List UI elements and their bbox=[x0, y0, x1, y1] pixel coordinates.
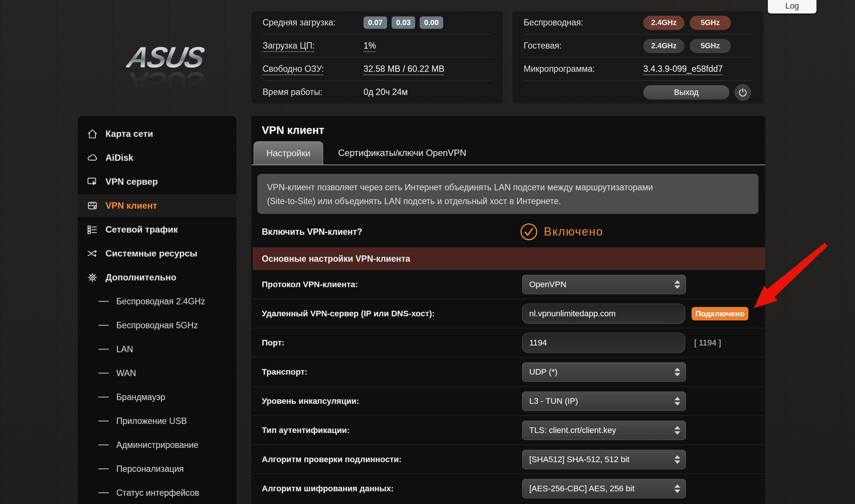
vpn-enabled-toggle[interactable]: Включено bbox=[520, 223, 603, 241]
sidebar-item-label: VPN сервер bbox=[105, 176, 158, 187]
uptime-value: 0д 20ч 24м bbox=[364, 87, 408, 97]
remote-server-input[interactable] bbox=[522, 304, 685, 324]
system-stats-panel: Средняя загрузка: 0.07 0.03 0.00 Загрузк… bbox=[251, 11, 503, 104]
connected-button[interactable]: Подключено bbox=[692, 307, 748, 320]
cloud-icon bbox=[86, 151, 99, 164]
sidebar-subitem-firewall[interactable]: Брандмауэр bbox=[78, 385, 236, 409]
dash-icon bbox=[98, 492, 109, 493]
port-input[interactable] bbox=[522, 333, 685, 353]
stepper-arrows-icon bbox=[674, 280, 680, 289]
dash-icon bbox=[98, 421, 109, 421]
firmware-version-link[interactable]: 3.4.3.9-099_e58fdd7 bbox=[643, 64, 723, 74]
cpu-load-row: Загрузка ЦП: 1% bbox=[263, 34, 491, 57]
sidebar-item-aidisk[interactable]: AiDisk bbox=[78, 146, 236, 170]
wireless-24ghz-badge[interactable]: 2.4GHz bbox=[643, 16, 684, 30]
guest-24ghz-badge[interactable]: 2.4GHz bbox=[643, 39, 684, 53]
cpu-load-label[interactable]: Загрузка ЦП: bbox=[263, 41, 364, 51]
description-box: VPN-клиент позволяет через сеть Интернет… bbox=[257, 174, 759, 214]
port-row: Порт: [ 1194 ] bbox=[253, 328, 765, 357]
protocol-row: Протокол VPN-клиента: OpenVPN bbox=[253, 270, 765, 299]
sidebar-subitem-usb-app[interactable]: Приложение USB bbox=[78, 409, 236, 433]
load-5min-badge: 0.03 bbox=[392, 16, 415, 29]
uptime-row: Время работы: 0д 20ч 24м bbox=[263, 80, 491, 104]
log-button[interactable]: Log bbox=[768, 0, 816, 13]
guest-5ghz-badge[interactable]: 5GHz bbox=[690, 39, 731, 53]
resources-icon bbox=[86, 247, 99, 260]
traffic-icon bbox=[86, 223, 99, 236]
power-icon bbox=[736, 86, 749, 99]
sidebar-item-network-traffic[interactable]: Сетевой трафик bbox=[78, 218, 236, 242]
sidebar-subitem-wireless-5[interactable]: Беспроводная 5GHz bbox=[78, 313, 236, 337]
wireless-5ghz-badge[interactable]: 5GHz bbox=[690, 16, 731, 30]
sidebar-subitem-administration[interactable]: Администрирование bbox=[78, 433, 236, 457]
page-title: VPN клиент bbox=[262, 124, 324, 136]
firmware-label: Микропрограмма: bbox=[524, 64, 643, 74]
sidebar-subitem-wireless-24[interactable]: Беспроводная 2.4GHz bbox=[78, 289, 236, 313]
sidebar-item-network-map[interactable]: Карта сети bbox=[78, 122, 236, 146]
main-content: VPN клиент Настройки Сертификаты/ключи O… bbox=[251, 116, 765, 504]
dash-icon bbox=[98, 373, 109, 374]
firmware-row: Микропрограмма: 3.4.3.9-099_e58fdd7 bbox=[524, 57, 753, 80]
dash-icon bbox=[98, 349, 109, 350]
free-ram-label[interactable]: Свободно ОЗУ: bbox=[263, 64, 364, 74]
stepper-arrows-icon bbox=[674, 397, 680, 406]
dash-icon bbox=[98, 468, 109, 469]
vpn-status-text: Включено bbox=[544, 225, 603, 239]
transport-row: Транспорт: UDP (*) bbox=[253, 357, 765, 387]
wireless-row: Беспроводная: 2.4GHz 5GHz bbox=[524, 11, 753, 34]
cpu-load-value[interactable]: 1% bbox=[364, 41, 376, 51]
encapsulation-row: Уровень инкапсуляции: L3 - TUN (IP) bbox=[253, 387, 765, 416]
uptime-label: Время работы: bbox=[263, 87, 364, 97]
sidebar-item-vpn-client[interactable]: VPN клиент bbox=[78, 194, 236, 218]
sidebar-item-vpn-server[interactable]: VPN сервер bbox=[78, 170, 236, 194]
sidebar-item-system-resources[interactable]: Системные ресурсы bbox=[78, 242, 236, 265]
guest-label: Гостевая: bbox=[524, 41, 643, 51]
reboot-button[interactable] bbox=[735, 84, 751, 101]
auth-type-select[interactable]: TLS: client.crt/client.key bbox=[522, 421, 686, 440]
transport-select[interactable]: UDP (*) bbox=[522, 362, 686, 382]
vpn-client-icon bbox=[86, 199, 99, 212]
sidebar-subitem-wan[interactable]: WAN bbox=[78, 361, 236, 385]
hmac-select[interactable]: [SHA512] SHA-512, 512 bit bbox=[522, 450, 686, 469]
hmac-row: Алгоритм проверки подлинности: [SHA512] … bbox=[253, 445, 765, 474]
guest-row: Гостевая: 2.4GHz 5GHz bbox=[524, 34, 753, 57]
sidebar-item-label: Карта сети bbox=[105, 129, 153, 139]
sidebar-subitem-lan[interactable]: LAN bbox=[78, 337, 236, 361]
stepper-arrows-icon bbox=[674, 455, 680, 464]
sidebar: Карта сети AiDisk VPN сервер VPN клиент bbox=[78, 116, 236, 504]
sidebar-item-label: Сетевой трафик bbox=[105, 224, 178, 235]
description-line1: VPN-клиент позволяет через сеть Интернет… bbox=[267, 181, 749, 194]
encapsulation-select[interactable]: L3 - TUN (IP) bbox=[522, 391, 686, 411]
home-icon bbox=[86, 127, 99, 140]
dash-icon bbox=[98, 325, 109, 326]
sidebar-subitem-interface-status[interactable]: Статус интерфейсов bbox=[78, 481, 236, 504]
description-line2: (Site-to-Site) или объединять LAN подсет… bbox=[267, 194, 749, 208]
cipher-select[interactable]: [AES-256-CBC] AES, 256 bit bbox=[522, 479, 686, 498]
radio-panel: Беспроводная: 2.4GHz 5GHz Гостевая: 2.4G… bbox=[512, 11, 764, 104]
dash-icon bbox=[98, 397, 109, 397]
port-default-hint: [ 1194 ] bbox=[694, 338, 721, 348]
load-average-label: Средняя загрузка: bbox=[263, 18, 364, 28]
sidebar-subitem-personalization[interactable]: Персонализация bbox=[78, 457, 236, 481]
wireless-label: Беспроводная: bbox=[524, 18, 643, 28]
auth-type-row: Тип аутентификации: TLS: client.crt/clie… bbox=[253, 416, 765, 445]
enable-vpn-label: Включить VPN-клиент? bbox=[262, 227, 362, 237]
asus-logo-reflection: ASUS bbox=[124, 65, 206, 99]
asuswrt-vpn-client-page: { "header": { "log_button": "Log", "logo… bbox=[0, 0, 855, 504]
free-ram-value[interactable]: 32.58 MB / 60.22 MB bbox=[364, 64, 444, 74]
asus-logo: ASUS ASUS bbox=[105, 40, 225, 99]
sidebar-item-label: Системные ресурсы bbox=[105, 248, 197, 259]
dash-icon bbox=[98, 301, 109, 302]
tab-openvpn-keys[interactable]: Сертификаты/ключи OpenVPN bbox=[328, 141, 477, 165]
sidebar-item-label: AiDisk bbox=[105, 153, 134, 163]
logout-button[interactable]: Выход bbox=[643, 85, 729, 99]
stepper-arrows-icon bbox=[674, 485, 680, 493]
tab-settings[interactable]: Настройки bbox=[254, 141, 323, 165]
dash-icon bbox=[98, 445, 109, 445]
sidebar-item-advanced[interactable]: Дополнительно bbox=[78, 265, 236, 289]
enable-vpn-row: Включить VPN-клиент? Включено bbox=[251, 217, 765, 247]
protocol-select[interactable]: OpenVPN bbox=[522, 275, 686, 294]
stepper-arrows-icon bbox=[674, 368, 680, 377]
gear-icon bbox=[86, 271, 99, 284]
tab-divider bbox=[251, 165, 765, 165]
